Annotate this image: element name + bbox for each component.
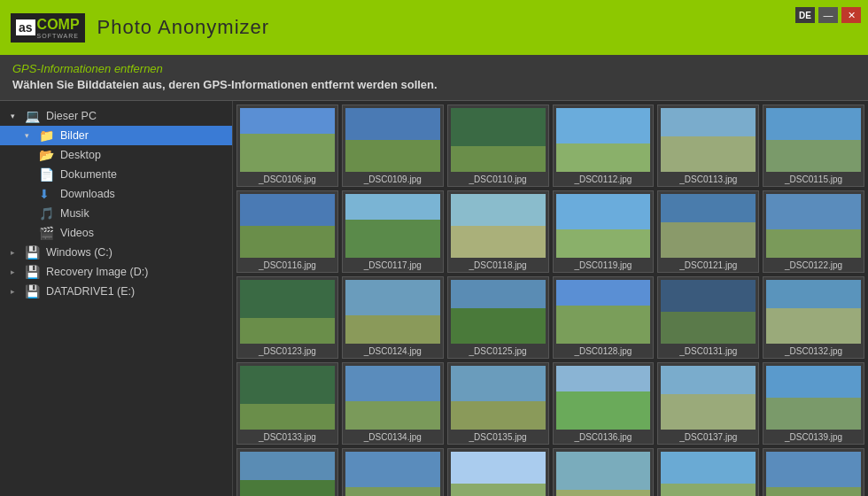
photo-item[interactable]: _DSC0151.jpg [553, 448, 655, 496]
photo-item[interactable]: _DSC0146.jpg [342, 448, 444, 496]
photo-filename: _DSC0119.jpg [556, 260, 651, 270]
photo-thumbnail [451, 194, 546, 258]
photo-item[interactable]: _DSC0131.jpg [657, 276, 759, 359]
sidebar-item-downloads[interactable]: ⬇Downloads [0, 184, 232, 204]
main-content: ▾💻Dieser PC▾📁Bilder📂Desktop📄Dokumente⬇Do… [0, 101, 868, 496]
file-tree-sidebar: ▾💻Dieser PC▾📁Bilder📂Desktop📄Dokumente⬇Do… [0, 101, 233, 496]
thumbnail-image [556, 366, 651, 430]
photo-item[interactable]: _DSC0123.jpg [236, 276, 338, 359]
photo-thumbnail [240, 108, 335, 172]
photo-item[interactable]: _DSC0118.jpg [447, 190, 549, 273]
photo-item[interactable]: _DSC0150.jpg [447, 448, 549, 496]
photo-item[interactable]: _DSC0122.jpg [763, 190, 864, 273]
thumbnail-image [345, 280, 440, 344]
music-icon: 🎵 [39, 206, 55, 221]
sidebar-item-label: Bilder [60, 129, 89, 142]
sidebar-item-label: Musik [60, 207, 89, 220]
sidebar-item-windows-c[interactable]: ▸💾Windows (C:) [0, 243, 232, 262]
photo-thumbnail [556, 108, 651, 172]
photo-item[interactable]: _DSC0124.jpg [342, 276, 444, 359]
chevron-icon: ▸ [11, 248, 19, 257]
logo: as COMP SOFTWARE [11, 13, 85, 43]
photo-filename: _DSC0131.jpg [661, 346, 756, 356]
logo-as: as [16, 19, 35, 35]
thumbnail-image [766, 108, 861, 172]
photo-item[interactable]: _DSC0106.jpg [236, 105, 338, 187]
sidebar-item-label: Recovery Image (D:) [46, 266, 148, 278]
photo-filename: _DSC0128.jpg [556, 346, 651, 356]
subheader-title: GPS-Informationen entfernen [12, 62, 856, 75]
sidebar-item-dokumente[interactable]: 📄Dokumente [0, 165, 232, 184]
photo-item[interactable]: _DSC0113.jpg [657, 105, 759, 187]
sidebar-item-musik[interactable]: 🎵Musik [0, 204, 232, 223]
sidebar-item-videos[interactable]: 🎬Videos [0, 223, 232, 243]
photo-filename: _DSC0133.jpg [240, 432, 335, 442]
thumbnail-image [240, 452, 335, 496]
thumbnail-image [345, 194, 440, 258]
photo-item[interactable]: _DSC0121.jpg [657, 190, 759, 273]
photo-item[interactable]: _DSC0153.jpg [763, 448, 864, 496]
photo-item[interactable]: _DSC0119.jpg [553, 190, 655, 273]
sidebar-item-datadrive-e[interactable]: ▸💾DATADRIVE1 (E:) [0, 282, 232, 301]
app-header: as COMP SOFTWARE Photo Anonymizer DE — ✕ [0, 0, 868, 55]
photo-item[interactable]: _DSC0116.jpg [236, 190, 338, 273]
thumbnail-image [661, 108, 756, 172]
sidebar-item-recovery-d[interactable]: ▸💾Recovery Image (D:) [0, 262, 232, 282]
photo-item[interactable]: _DSC0110.jpg [447, 105, 549, 187]
photo-item[interactable]: _DSC0136.jpg [553, 362, 655, 445]
thumbnail-image [451, 108, 546, 172]
download-icon: ⬇ [39, 187, 55, 201]
thumbnail-image [240, 280, 335, 344]
language-button[interactable]: DE [795, 7, 815, 23]
thumbnail-image [766, 280, 861, 344]
thumbnail-image [661, 280, 756, 344]
photo-item[interactable]: _DSC0137.jpg [657, 362, 759, 445]
doc-icon: 📄 [39, 167, 55, 182]
sidebar-item-label: Dieser PC [46, 110, 97, 122]
photo-thumbnail [661, 194, 756, 258]
thumbnail-image [345, 452, 440, 496]
thumbnail-image [556, 108, 651, 172]
sidebar-item-dieser-pc[interactable]: ▾💻Dieser PC [0, 106, 232, 126]
thumbnail-image [345, 366, 440, 430]
photo-item[interactable]: _DSC0125.jpg [447, 276, 549, 359]
photo-item[interactable]: _DSC0139.jpg [763, 362, 864, 445]
thumbnail-image [451, 280, 546, 344]
photo-item[interactable]: _DSC0134.jpg [342, 362, 444, 445]
sidebar-item-bilder[interactable]: ▾📁Bilder [0, 126, 232, 145]
photo-filename: _DSC0113.jpg [661, 174, 756, 184]
thumbnail-image [661, 366, 756, 430]
photo-thumbnail [766, 280, 861, 344]
photo-thumbnail [661, 366, 756, 430]
folder-blue-icon: 📁 [39, 128, 55, 143]
close-button[interactable]: ✕ [841, 7, 861, 23]
photo-filename: _DSC0121.jpg [661, 260, 756, 270]
photo-filename: _DSC0115.jpg [766, 174, 861, 184]
photo-thumbnail [345, 108, 440, 172]
photo-item[interactable]: _DSC0152.jpg [657, 448, 759, 496]
photo-thumbnail [556, 452, 651, 496]
photo-item[interactable]: _DSC0135.jpg [447, 362, 549, 445]
subheader: GPS-Informationen entfernen Wählen Sie B… [0, 55, 868, 101]
photo-item[interactable]: _DSC0117.jpg [342, 190, 444, 273]
photo-item[interactable]: _DSC0133.jpg [236, 362, 338, 445]
drive-icon: 💾 [25, 245, 41, 260]
sidebar-item-desktop[interactable]: 📂Desktop [0, 145, 232, 165]
photo-item[interactable]: _DSC0132.jpg [763, 276, 864, 359]
chevron-icon: ▾ [25, 131, 34, 140]
photo-filename: _DSC0117.jpg [345, 260, 440, 270]
thumbnail-image [766, 194, 861, 258]
thumbnail-image [451, 366, 546, 430]
photo-thumbnail [661, 280, 756, 344]
photo-thumbnail [766, 194, 861, 258]
photo-item[interactable]: _DSC0142.jpg [236, 448, 338, 496]
photo-thumbnail [345, 452, 440, 496]
photo-item[interactable]: _DSC0115.jpg [763, 105, 864, 187]
photo-item[interactable]: _DSC0128.jpg [553, 276, 655, 359]
photo-item[interactable]: _DSC0112.jpg [553, 105, 655, 187]
photo-item[interactable]: _DSC0109.jpg [342, 105, 444, 187]
logo-comp: COMP [37, 17, 80, 33]
photo-filename: _DSC0112.jpg [556, 174, 651, 184]
minimize-button[interactable]: — [818, 7, 838, 23]
photo-filename: _DSC0124.jpg [345, 346, 440, 356]
